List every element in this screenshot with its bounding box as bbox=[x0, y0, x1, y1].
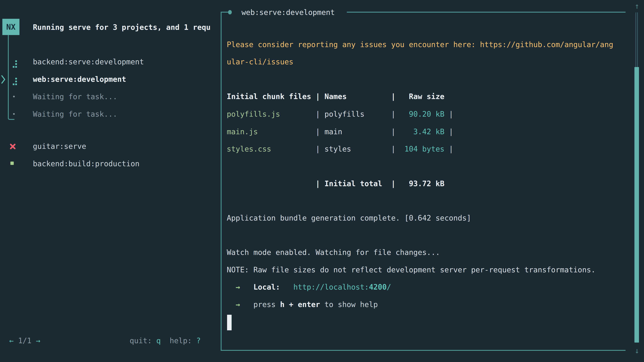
pending-dot-icon bbox=[13, 96, 15, 97]
nx-logo: NX bbox=[2, 19, 20, 35]
terminal-cursor bbox=[227, 315, 232, 330]
running-status-dot-icon bbox=[228, 10, 232, 14]
chunk-size: 3.42 kB bbox=[400, 127, 444, 136]
chunk-file: main.js bbox=[227, 127, 316, 136]
task-tree-guide-line bbox=[8, 35, 14, 120]
pager-next-arrow[interactable]: → bbox=[36, 336, 40, 345]
chunk-table-header: Initial chunk files|Names|Raw size bbox=[227, 88, 444, 105]
success-square-icon bbox=[10, 162, 14, 165]
pager: ← 1/1 → bbox=[9, 332, 40, 349]
panel-border-top bbox=[347, 12, 626, 12]
shortcut-hints: quit: q help: ? bbox=[130, 332, 201, 349]
arrow-icon: → bbox=[236, 283, 240, 291]
panel-border-left bbox=[221, 12, 222, 351]
task-row[interactable]: Waiting for task... bbox=[33, 105, 117, 123]
quit-key: q bbox=[156, 336, 161, 345]
panel-title: web:serve:development bbox=[242, 3, 335, 21]
total-label: Initial total bbox=[324, 179, 391, 188]
arrow-icon: → bbox=[236, 300, 240, 309]
chunk-table-total-row: |Initial total|93.72 kB bbox=[227, 175, 444, 192]
bundle-complete-line: Application bundle generation complete. … bbox=[227, 209, 471, 227]
pager-prev-arrow[interactable]: ← bbox=[9, 336, 14, 345]
task-row[interactable]: Waiting for task... bbox=[33, 88, 117, 105]
scroll-up-icon[interactable]: ↑ bbox=[632, 1, 642, 11]
pipe: | bbox=[391, 92, 400, 101]
scrollbar-track[interactable] bbox=[636, 12, 638, 67]
nx-tui-window: NX Running serve for 3 projects, and 1 r… bbox=[0, 0, 644, 362]
chunk-file: styles.css bbox=[227, 145, 316, 153]
help-label: help: bbox=[170, 336, 192, 345]
chunk-table-row: styles.css|styles|104 bytes| bbox=[227, 140, 453, 158]
scroll-down-icon[interactable]: ↓ bbox=[632, 346, 642, 356]
chunk-size: 104 bytes bbox=[400, 145, 444, 153]
help-hint-post: to show help bbox=[320, 300, 378, 309]
pipe: | bbox=[316, 179, 324, 188]
pipe: | bbox=[391, 110, 400, 118]
pipe: | bbox=[449, 145, 453, 153]
pipe: | bbox=[316, 145, 324, 153]
local-url-line: → Local: http://localhost:4200/ bbox=[227, 278, 391, 296]
spinner-icon bbox=[13, 66, 14, 68]
chunk-table-row: polyfills.js|polyfills|90.20 kB| bbox=[227, 105, 453, 123]
port-number: 4200 bbox=[369, 283, 387, 291]
help-hint-line: → press h + enter to show help bbox=[227, 296, 378, 313]
task-label[interactable]: Waiting for task... bbox=[33, 92, 117, 101]
chunk-name: polyfills bbox=[324, 110, 391, 118]
issue-report-line: ular-cli/issues bbox=[227, 53, 293, 70]
error-cross-icon bbox=[10, 143, 16, 149]
task-row[interactable]: backend:serve:development bbox=[33, 53, 144, 70]
pipe: | bbox=[449, 127, 453, 136]
pipe: | bbox=[316, 127, 324, 136]
help-hint-keys: h + enter bbox=[280, 300, 320, 309]
issue-report-line: Please consider reporting any issues you… bbox=[227, 36, 613, 53]
task-label[interactable]: guitar:serve bbox=[33, 142, 86, 150]
panel-border-bottom bbox=[221, 350, 626, 351]
col-names-header: Names bbox=[324, 92, 391, 101]
spinner-icon bbox=[13, 83, 14, 85]
scrollbar-thumb[interactable] bbox=[634, 67, 639, 343]
task-row[interactable]: guitar:serve bbox=[33, 137, 86, 155]
help-hint-pre: press bbox=[254, 300, 280, 309]
quit-label: quit: bbox=[130, 336, 152, 345]
pending-dot-icon bbox=[13, 113, 15, 115]
task-label[interactable]: web:serve:development bbox=[33, 75, 126, 83]
task-label[interactable]: Waiting for task... bbox=[33, 110, 117, 118]
chunk-size: 90.20 kB bbox=[400, 110, 444, 118]
chunk-name: main bbox=[324, 127, 391, 136]
total-size: 93.72 kB bbox=[400, 179, 444, 188]
pipe: | bbox=[391, 179, 400, 188]
pipe: | bbox=[316, 92, 324, 101]
localhost-url[interactable]: http://localhost:4200/ bbox=[293, 283, 391, 291]
local-label: Local: bbox=[254, 283, 280, 291]
watch-mode-line: Watch mode enabled. Watching for file ch… bbox=[227, 244, 440, 261]
task-label[interactable]: backend:serve:development bbox=[33, 57, 144, 66]
panel-border-top bbox=[221, 12, 228, 12]
pipe: | bbox=[391, 145, 400, 153]
page-title: Running serve for 3 projects, and 1 requ bbox=[33, 18, 217, 36]
col-size-header: Raw size bbox=[400, 92, 444, 101]
task-row-selected[interactable]: web:serve:development bbox=[33, 70, 126, 88]
help-key: ? bbox=[196, 336, 201, 345]
pipe: | bbox=[316, 110, 324, 118]
pager-label: 1/1 bbox=[18, 336, 31, 345]
pipe: | bbox=[391, 127, 400, 136]
chunk-file: polyfills.js bbox=[227, 110, 316, 118]
col-file-header: Initial chunk files bbox=[227, 92, 316, 101]
chunk-table-row: main.js|main|3.42 kB| bbox=[227, 123, 453, 140]
pipe: | bbox=[449, 110, 453, 118]
selected-task-chevron-icon bbox=[1, 75, 6, 84]
task-label[interactable]: backend:build:production bbox=[33, 159, 140, 168]
task-row[interactable]: backend:build:production bbox=[33, 155, 140, 172]
chunk-name: styles bbox=[324, 145, 391, 153]
note-line: NOTE: Raw file sizes do not reflect deve… bbox=[227, 261, 596, 278]
